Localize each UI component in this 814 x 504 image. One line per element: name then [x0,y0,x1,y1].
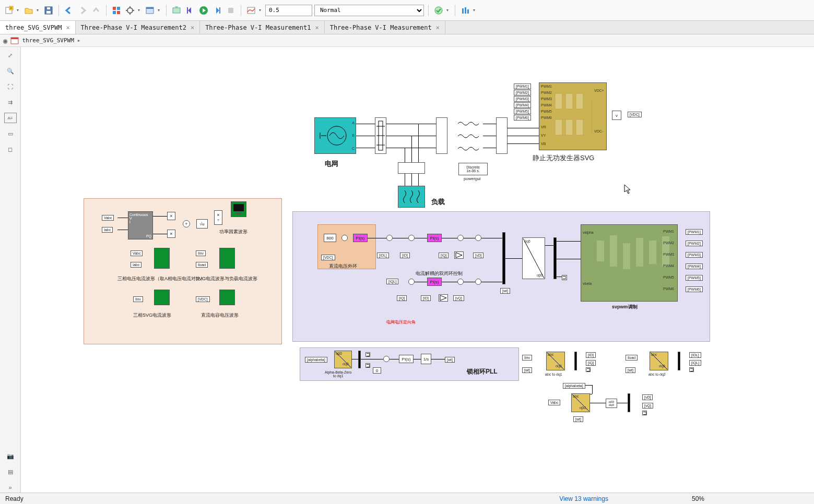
ab-to-dq-small[interactable]: αβ0 dq0 [606,399,617,408]
from-iabc-2[interactable]: Iabc [131,262,141,268]
goto-pwm4[interactable]: [PWM4] [686,263,703,269]
goto-pwm6[interactable]: [PWM6] [686,286,703,292]
from-wt-t2[interactable]: [wt] [626,367,635,373]
const-0[interactable]: 0 [373,367,381,374]
expand-palette-icon[interactable]: » [4,482,17,493]
new-model-dropdown-icon[interactable]: ▾ [17,8,21,13]
scope-pf[interactable] [231,201,246,217]
vi-measurement-2[interactable] [436,117,447,154]
zoom-icon[interactable]: 🔍 [4,66,17,76]
goto-pwm1[interactable]: [PWM1] [686,229,703,235]
terminator-1[interactable]: ⊐ [562,275,567,280]
load-block[interactable] [398,186,425,208]
image-annotation-icon[interactable]: ▭ [4,128,17,139]
from-idl[interactable]: [IDL] [377,253,389,258]
config-dropdown-icon[interactable]: ▾ [138,8,142,13]
from-id[interactable]: [ID] [400,253,410,258]
divide-block[interactable]: ×÷ [214,210,222,225]
demux-t2[interactable] [678,352,680,370]
screenshot-icon[interactable]: 📷 [4,451,17,461]
sum-q1[interactable] [408,279,415,285]
from-iql[interactable]: [IQL] [386,279,398,284]
terminator-t3[interactable]: ⊐ [642,411,647,415]
goto-id[interactable]: [ID] [586,352,596,358]
build-button[interactable] [433,5,444,16]
library-browser-button[interactable] [111,5,122,16]
sum-d3[interactable] [457,235,464,241]
from-iq-q[interactable]: [IQ] [397,295,407,301]
terminator-pll1[interactable]: ⊐ [365,352,370,357]
sum-d4[interactable] [475,235,481,241]
from-pwm3[interactable]: [PWM3] [514,96,531,102]
sum-d2[interactable] [408,235,415,241]
tab-three-svg-svpwm[interactable]: three_SVG_SVPWM × [0,21,76,34]
breadcrumb-model[interactable]: three_SVG_SVPWM [22,37,74,44]
back-button[interactable] [63,5,75,16]
save-button[interactable] [43,5,54,16]
pi-q[interactable]: PI(s) [427,278,442,286]
from-wt-t3[interactable]: [wt] [573,416,583,422]
product-2[interactable]: × [167,230,175,238]
from-id-q[interactable]: [ID] [421,295,431,301]
sum-d1[interactable] [386,235,393,241]
from-iinv-2[interactable]: Iinv [133,296,143,302]
terminator-t2[interactable]: ⊐ [689,367,694,372]
sum-dc[interactable] [341,235,348,241]
const-800[interactable]: 800 [324,234,336,242]
goto-iq[interactable]: [IQ] [586,360,596,366]
load-vi-measurement[interactable] [398,162,425,174]
from-vabc-1[interactable]: Vabc [102,215,114,221]
terminator-t1[interactable]: ⊐ [586,367,591,372]
goto-iql[interactable]: [IQL] [689,360,701,366]
from-iq-d[interactable]: [IQ] [439,253,449,258]
open-button[interactable] [23,5,34,16]
demux-t1[interactable] [574,352,577,370]
demux-ab[interactable] [553,237,557,279]
new-model-button[interactable] [3,5,15,16]
series-rl-c[interactable] [457,146,483,152]
terminator-pll2[interactable]: ⊐ [365,363,370,368]
tab-measurement[interactable]: Three-Phase V-I Measurement × [325,21,445,34]
goto-pwm2[interactable]: [PWM2] [686,241,703,246]
close-icon[interactable]: × [436,24,440,31]
from-vq[interactable]: [vQ] [453,295,464,301]
sum-q3[interactable] [475,279,481,285]
model-config-button[interactable] [124,5,136,16]
pi-d[interactable]: PI(s) [427,234,442,242]
series-rl-a[interactable] [457,121,483,127]
run-button[interactable] [198,5,209,16]
from-vdc-2[interactable]: [VDC] [321,255,335,260]
powergui-block[interactable]: Discrete 1e-06 s. [458,163,488,175]
integrator-pll[interactable]: 1/s [421,354,431,364]
sqrt-block[interactable]: √u [196,219,208,229]
from-pwm2[interactable]: [PWM2] [514,90,531,95]
scope-vdc[interactable] [219,290,235,305]
from-wt-ctrl[interactable]: [wt] [500,288,510,294]
dq0-to-ab-block[interactable]: dq0 αβ0 [522,237,545,279]
open-dropdown-icon[interactable]: ▾ [37,8,41,13]
from-vabc-t[interactable]: Vabc [548,400,560,405]
from-pwm6[interactable]: [PWM6] [514,115,531,121]
tab-measurement2[interactable]: Three-Phase V-I Measurement2 × [76,21,200,34]
sample-time-icon[interactable]: ⇉ [4,97,17,107]
goto-pwm3[interactable]: [PWM3] [686,252,703,258]
pi-dc[interactable]: PI(s) [353,234,368,242]
grid-source-block[interactable]: A B C [314,117,356,154]
from-iload-1[interactable]: Iload [196,262,208,268]
tab-measurement1[interactable]: Three-Phase V-I Measurement1 × [200,21,325,34]
model-canvas[interactable]: A B C 电网 PWM1 PWM2 [21,47,814,493]
sum-q2[interactable] [457,279,464,285]
explorer-dropdown-icon[interactable]: ▾ [158,8,162,13]
viewmark-icon[interactable]: ◻ [4,144,17,154]
scope-svg-load[interactable] [219,248,235,269]
from-pwm5[interactable]: [PWM5] [514,109,531,114]
from-vdc-1[interactable]: [VDC] [196,296,210,302]
model-explorer-button[interactable] [144,5,156,16]
scope-vi[interactable] [154,248,170,269]
from-pwm1[interactable]: [PWM1] [514,83,531,89]
close-icon[interactable]: × [315,24,318,31]
tune-button[interactable] [459,5,471,16]
sim-stoptime-input[interactable] [265,5,312,16]
tune-dropdown-icon[interactable]: ▾ [473,8,477,13]
stop-button[interactable] [225,5,237,16]
